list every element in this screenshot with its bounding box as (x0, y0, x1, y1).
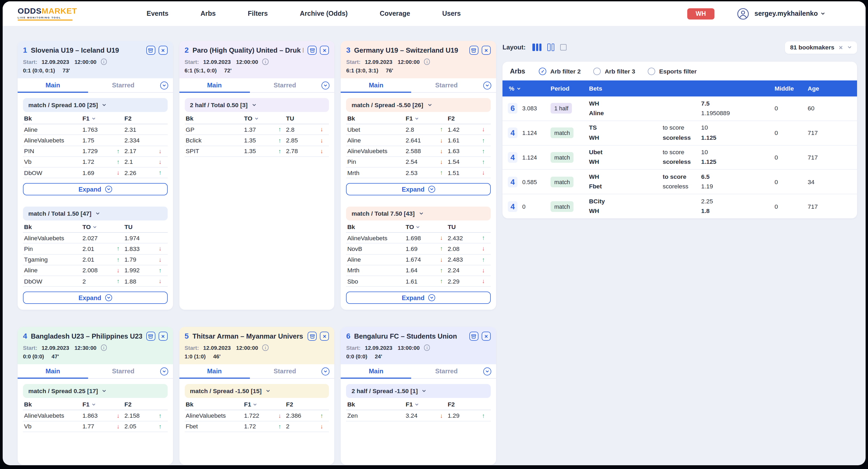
archive-event-button[interactable] (308, 46, 317, 55)
expand-button[interactable]: Expand (346, 292, 491, 304)
tabs-dropdown-button[interactable] (483, 82, 491, 90)
market-section-header[interactable]: match / Spread 0.25 [17] (23, 384, 167, 398)
odds-value[interactable]: 1.992 (124, 267, 140, 274)
odds-value[interactable]: 1.674 (406, 256, 421, 263)
odds-value[interactable]: 2.78 (286, 148, 298, 154)
tab-starred[interactable]: Starred (88, 364, 159, 378)
odds-row[interactable]: AlineValuebets1.752.334 (23, 135, 167, 146)
tabs-dropdown-button[interactable] (160, 82, 168, 90)
layout-3col-button[interactable] (533, 44, 542, 51)
odds-value[interactable]: 2.08 (448, 245, 460, 252)
col-odds-1-sort[interactable]: F1 (83, 401, 124, 408)
bet-odds[interactable]: 10 (701, 124, 771, 132)
odds-row[interactable]: PIN1.729↑2.17↓ (23, 146, 167, 156)
bookmaker-wh-button[interactable]: WH (687, 8, 714, 19)
tab-starred[interactable]: Starred (250, 79, 320, 92)
odds-value[interactable]: 1.51 (448, 170, 460, 176)
col-odds-1-sort[interactable]: F1 (406, 115, 447, 122)
bet-odds[interactable]: 10 (701, 148, 771, 156)
odds-row[interactable]: Pin2.54↓1.54↑ (346, 157, 491, 168)
filter-esports-filter[interactable]: Esports filter (648, 68, 697, 75)
odds-value[interactable]: 1.35 (244, 137, 256, 144)
arb-row[interactable]: 40.585matchWHto score6.5Fbetscoreless1.1… (502, 170, 857, 195)
close-event-button[interactable]: ✕ (482, 332, 491, 341)
tab-main[interactable]: Main (341, 364, 411, 378)
layout-2col-button[interactable] (548, 44, 555, 51)
odds-value[interactable]: 1.863 (83, 412, 98, 419)
odds-row[interactable]: Pin2.01↑1.833↓ (23, 244, 167, 255)
arb-row[interactable]: 41.124matchUbetto score10WHscoreless1.12… (502, 145, 857, 170)
filter-arb-filter-3[interactable]: Arb filter 3 (593, 68, 635, 75)
odds-row[interactable]: Fbet1.72↑2↓ (185, 421, 329, 432)
market-section-header[interactable]: 2 half / Total 0.50 [3] (185, 98, 329, 112)
nav-link-archive-odds[interactable]: Archive (Odds) (300, 10, 348, 18)
col-percent-sort[interactable]: % (502, 85, 545, 92)
odds-value[interactable]: 2.31 (124, 126, 136, 133)
odds-row[interactable]: DbOW1.69↓2.26↑ (23, 168, 167, 178)
archive-event-button[interactable] (146, 46, 155, 55)
info-icon[interactable]: i (101, 345, 107, 351)
odds-row[interactable]: Aline2.008↓1.992↑ (23, 265, 167, 276)
expand-button[interactable]: Expand (346, 183, 491, 195)
close-event-button[interactable]: ✕ (320, 332, 329, 341)
odds-value[interactable]: 2.008 (83, 267, 98, 274)
odds-value[interactable]: 2.54 (406, 159, 417, 165)
odds-row[interactable]: Aline1.7632.31 (23, 124, 167, 135)
odds-value[interactable]: 1.37 (244, 126, 256, 133)
odds-value[interactable]: 2.05 (124, 423, 136, 430)
odds-value[interactable]: 3.24 (406, 412, 417, 419)
tabs-dropdown-button[interactable] (483, 368, 491, 376)
logo[interactable]: ODDSMARKET LIVE MONITORING TOOL (18, 7, 77, 21)
bookmakers-filter-chip[interactable]: 81 bookmakers ✕ (785, 41, 857, 54)
info-icon[interactable]: i (262, 59, 269, 65)
odds-row[interactable]: Aline1.674↓2.483↑ (346, 255, 491, 265)
odds-row[interactable]: Sbo1.61↑2.29↓ (346, 276, 491, 287)
odds-value[interactable]: 1.88 (124, 278, 136, 284)
clear-filter-icon[interactable]: ✕ (839, 45, 843, 50)
odds-value[interactable]: 1.64 (406, 267, 417, 274)
tab-main[interactable]: Main (179, 364, 250, 378)
arb-row[interactable]: 41.124matchTSto score10WHscoreless1.1250… (502, 121, 857, 146)
bet-odds[interactable]: 1.1950889 (701, 109, 771, 118)
odds-row[interactable]: DbOW2↑1.88↓ (23, 276, 167, 287)
odds-value[interactable]: 2.588 (406, 148, 421, 154)
odds-value[interactable]: 1.77 (83, 423, 94, 430)
close-event-button[interactable]: ✕ (158, 332, 167, 341)
bet-odds[interactable]: 2.25 (701, 197, 771, 206)
tab-starred[interactable]: Starred (411, 364, 482, 378)
archive-event-button[interactable] (308, 332, 317, 341)
archive-event-button[interactable] (146, 332, 155, 341)
tab-starred[interactable]: Starred (411, 79, 482, 92)
archive-event-button[interactable] (469, 46, 478, 55)
odds-value[interactable]: 1.29 (448, 412, 460, 419)
odds-value[interactable]: 2.8 (286, 126, 294, 133)
info-icon[interactable]: i (424, 59, 430, 65)
expand-button[interactable]: Expand (23, 292, 167, 304)
odds-value[interactable]: 2.334 (124, 137, 140, 144)
odds-row[interactable]: AlineValuebets1.863↓2.158↑ (23, 410, 167, 421)
nav-link-users[interactable]: Users (442, 10, 461, 18)
bet-odds[interactable]: 7.5 (701, 99, 771, 108)
col-odds-1-sort[interactable]: F1 (83, 115, 124, 122)
tab-main[interactable]: Main (341, 79, 411, 92)
tabs-dropdown-button[interactable] (322, 368, 330, 376)
odds-row[interactable]: AlineValuebets1.722↓2.386↑ (185, 410, 329, 421)
arb-row[interactable]: 40matchBCity2.25WH1.80717 (502, 194, 857, 218)
odds-value[interactable]: 1.69 (406, 245, 417, 252)
odds-value[interactable]: 2.027 (83, 235, 98, 241)
odds-value[interactable]: 1.763 (83, 126, 98, 133)
market-section-header[interactable]: match / Total 7.50 [43] (346, 207, 491, 221)
odds-value[interactable]: 1.75 (83, 137, 94, 144)
odds-row[interactable]: SPIT1.35↑2.78↓ (185, 146, 329, 156)
odds-value[interactable]: 2.29 (448, 278, 460, 284)
tab-main[interactable]: Main (179, 79, 250, 92)
odds-row[interactable]: Aline2.641↓1.61↑ (346, 135, 491, 146)
odds-row[interactable]: Mrth2.53↑1.51↓ (346, 168, 491, 178)
col-odds-1-sort[interactable]: F1 (406, 401, 447, 408)
col-odds-1-sort[interactable]: TO (244, 115, 286, 122)
odds-value[interactable]: 2.26 (124, 170, 136, 176)
odds-value[interactable]: 1.79 (124, 256, 136, 263)
odds-value[interactable]: 2.483 (448, 256, 463, 263)
odds-value[interactable]: 1.72 (83, 159, 94, 165)
odds-row[interactable]: Mrth1.64↑2.24↓ (346, 265, 491, 276)
